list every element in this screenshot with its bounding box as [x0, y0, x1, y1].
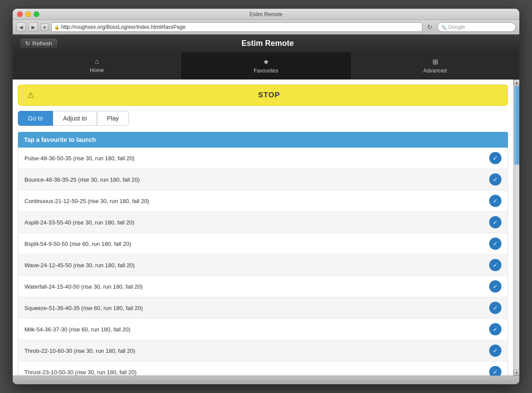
bottom-bar — [13, 376, 519, 384]
fav-name: Continuous-21-12-50-25 (rise 30, run 180… — [24, 198, 489, 204]
fav-check-button[interactable]: ✓ — [489, 152, 501, 164]
stop-bar[interactable]: ⚠ STOP — [18, 85, 508, 106]
scrollbar: ▲ ▼ — [513, 79, 519, 376]
search-bar[interactable]: 🔍 Google — [437, 22, 516, 32]
window-title: Estim Remote — [249, 11, 282, 17]
scroll-thumb[interactable] — [514, 86, 519, 165]
refresh-label: Refresh — [32, 40, 52, 47]
content-inner: ⚠ STOP Go to Adjust to Play — [13, 79, 513, 376]
action-tab-play-label: Play — [107, 115, 119, 122]
fav-check-button[interactable]: ✓ — [489, 259, 501, 271]
fav-name: Wave-24-12-45-50 (rise 30, run 180, fall… — [24, 262, 489, 269]
list-item[interactable]: Wave-24-12-45-50 (rise 30, run 180, fall… — [18, 255, 508, 276]
mac-window: Estim Remote ◀ ▶ + 🔒 http://roughsex.org… — [13, 9, 519, 384]
fav-name: Bounce-48-36-35-25 (rise 30, run 180, fa… — [24, 176, 489, 183]
scroll-track — [514, 86, 519, 369]
search-placeholder: Google — [448, 24, 465, 30]
url-text: http://roughsex.org/BossLog/esr/index.ht… — [61, 24, 186, 30]
add-tab-icon: + — [43, 24, 46, 31]
fav-name: Bsplit-54-9-50-50 (rise 60, run 180, fal… — [24, 241, 489, 247]
advanced-icon: ⊞ — [432, 58, 438, 66]
action-tab-goto[interactable]: Go to — [18, 111, 53, 126]
section-header-text: Tap a favourite to launch — [24, 136, 96, 143]
stop-label: STOP — [39, 91, 499, 100]
list-item[interactable]: Bsplit-54-9-50-50 (rise 60, run 180, fal… — [18, 233, 508, 255]
title-bar: Estim Remote — [13, 9, 519, 20]
action-tab-goto-label: Go to — [28, 115, 43, 122]
tab-favourites-label: Favourites — [254, 68, 278, 74]
back-icon: ◀ — [19, 24, 23, 30]
refresh-button[interactable]: ↻ Refresh — [20, 38, 58, 49]
favourites-list: Pulse-48-36-50-35 (rise 30, run 180, fal… — [18, 148, 508, 376]
list-item[interactable]: Bounce-48-36-35-25 (rise 30, run 180, fa… — [18, 169, 508, 190]
main-content: ⚠ STOP Go to Adjust to Play — [13, 79, 513, 376]
fav-check-button[interactable]: ✓ — [489, 216, 501, 228]
traffic-lights — [17, 11, 39, 17]
fav-check-button[interactable]: ✓ — [489, 280, 501, 293]
fav-name: Thrust-23-10-50-30 (rise 30, run 180, fa… — [24, 369, 489, 376]
forward-icon: ▶ — [31, 24, 35, 30]
list-item[interactable]: Waterfall-24-15-40-50 (rise 30, run 180,… — [18, 276, 508, 297]
browser-toolbar: ◀ ▶ + 🔒 http://roughsex.org/BossLog/esr/… — [13, 20, 519, 34]
fav-check-button[interactable]: ✓ — [489, 366, 501, 376]
tab-favourites[interactable]: ★ Favourites — [182, 52, 351, 79]
fav-name: Squeeze-51-36-40-35 (rise 60, run 180, f… — [24, 305, 489, 311]
fav-check-button[interactable]: ✓ — [489, 195, 501, 207]
favourites-icon: ★ — [263, 58, 269, 66]
action-tabs: Go to Adjust to Play — [18, 111, 508, 126]
forward-button[interactable]: ▶ — [28, 22, 38, 32]
back-button[interactable]: ◀ — [16, 22, 26, 32]
fav-check-button[interactable]: ✓ — [489, 238, 501, 250]
refresh-icon: ↻ — [25, 40, 30, 47]
tab-advanced-label: Advanced — [423, 68, 446, 74]
minimize-button[interactable] — [25, 11, 31, 17]
fav-name: Asplit-24-33-55-40 (rise 30, run 180, fa… — [24, 219, 489, 226]
action-tab-adjustto[interactable]: Adjust to — [53, 111, 97, 126]
scroll-down-button[interactable]: ▼ — [514, 369, 519, 376]
app-header: ↻ Refresh Estim Remote — [13, 34, 519, 52]
list-item[interactable]: Pulse-48-36-50-35 (rise 30, run 180, fal… — [18, 148, 508, 169]
list-item[interactable]: Asplit-24-33-55-40 (rise 30, run 180, fa… — [18, 212, 508, 233]
fav-name: Waterfall-24-15-40-50 (rise 30, run 180,… — [24, 283, 489, 290]
app-title: Estim Remote — [58, 39, 477, 48]
list-item[interactable]: Milk-54-36-37-30 (rise 60, run 180, fall… — [18, 319, 508, 340]
maximize-button[interactable] — [34, 11, 39, 17]
reload-icon: ↻ — [427, 24, 432, 31]
list-item[interactable]: Throb-22-10-60-30 (rise 30, run 180, fal… — [18, 340, 508, 362]
browser-content: ⚠ STOP Go to Adjust to Play — [13, 79, 519, 376]
reload-button[interactable]: ↻ — [425, 22, 435, 32]
action-tab-play[interactable]: Play — [97, 111, 129, 126]
fav-name: Pulse-48-36-50-35 (rise 30, run 180, fal… — [24, 155, 489, 162]
nav-tabs: ⌂ Home ★ Favourites ⊞ Advanced — [13, 52, 519, 79]
scroll-up-button[interactable]: ▲ — [514, 79, 519, 86]
fav-check-button[interactable]: ✓ — [489, 345, 501, 357]
fav-check-button[interactable]: ✓ — [489, 173, 501, 186]
home-icon: ⌂ — [95, 58, 99, 66]
fav-check-button[interactable]: ✓ — [489, 302, 501, 314]
stop-icon: ⚠ — [27, 90, 34, 100]
search-icon: 🔍 — [441, 25, 446, 30]
url-security-icon: 🔒 — [54, 25, 59, 30]
tab-advanced[interactable]: ⊞ Advanced — [351, 52, 519, 79]
action-tab-adjustto-label: Adjust to — [63, 115, 86, 122]
fav-check-button[interactable]: ✓ — [489, 323, 501, 335]
close-button[interactable] — [17, 11, 23, 17]
add-tab-button[interactable]: + — [41, 23, 48, 31]
tab-home[interactable]: ⌂ Home — [13, 52, 182, 79]
fav-name: Milk-54-36-37-30 (rise 60, run 180, fall… — [24, 326, 489, 333]
list-item[interactable]: Squeeze-51-36-40-35 (rise 60, run 180, f… — [18, 297, 508, 319]
tab-home-label: Home — [90, 67, 104, 73]
fav-name: Throb-22-10-60-30 (rise 30, run 180, fal… — [24, 348, 489, 354]
url-bar[interactable]: 🔒 http://roughsex.org/BossLog/esr/index.… — [51, 22, 422, 32]
section-header: Tap a favourite to launch — [18, 132, 508, 148]
list-item[interactable]: Continuous-21-12-50-25 (rise 30, run 180… — [18, 190, 508, 212]
list-item[interactable]: Thrust-23-10-50-30 (rise 30, run 180, fa… — [18, 362, 508, 376]
